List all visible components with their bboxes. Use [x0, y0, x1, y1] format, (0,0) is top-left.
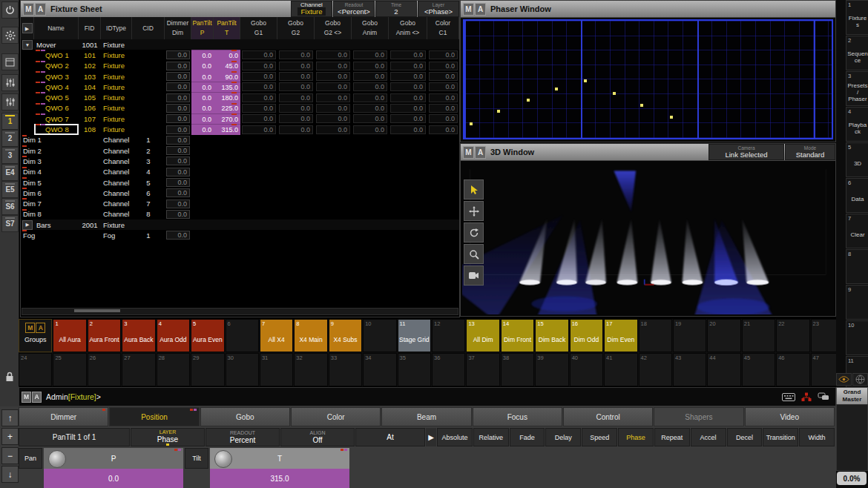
- remove-icon[interactable]: −: [1, 447, 19, 464]
- cell-attr[interactable]: 0.0: [352, 50, 389, 60]
- cell-attr[interactable]: 0.0: [352, 71, 389, 82]
- tab-shapers[interactable]: Shapers: [654, 407, 743, 426]
- view-button-10[interactable]: 10: [846, 320, 868, 355]
- cell-dimmer[interactable]: 0.0: [165, 230, 191, 240]
- page-down-icon[interactable]: ↓: [1, 466, 19, 483]
- cell-name[interactable]: Dim 1: [21, 135, 79, 145]
- cell-attr[interactable]: [277, 220, 315, 230]
- phaser-point-8[interactable]: [670, 116, 673, 119]
- tab-video[interactable]: Video: [745, 407, 835, 426]
- cell-name[interactable]: QWO 5: [34, 92, 79, 102]
- column-header-fid[interactable]: FID: [79, 17, 101, 39]
- cell-name[interactable]: Dim 7: [21, 198, 79, 208]
- group-42[interactable]: 42: [639, 353, 672, 386]
- camera-button[interactable]: Camera Link Selected: [708, 144, 784, 160]
- cell-attr[interactable]: [352, 39, 389, 50]
- layer-button[interactable]: LAYERPhase: [131, 428, 205, 446]
- cell-dimmer[interactable]: [165, 220, 191, 230]
- cell-attr[interactable]: [427, 209, 459, 220]
- cell-attr[interactable]: [389, 145, 427, 156]
- cell-attr[interactable]: 0.0: [240, 82, 277, 92]
- cell-dimmer[interactable]: 0.0: [165, 92, 191, 102]
- groups-pool-header[interactable]: MAGroups: [19, 319, 52, 352]
- group-31[interactable]: 31: [260, 353, 293, 386]
- select-tool-icon[interactable]: [464, 179, 484, 200]
- cell-attr[interactable]: [427, 177, 459, 188]
- cell-pan[interactable]: 0.0: [191, 103, 214, 113]
- cell-attr[interactable]: 0.0: [352, 103, 389, 113]
- column-header-gobo[interactable]: GoboAnim: [352, 17, 389, 39]
- view-button-3[interactable]: 3Presets/ Phaser: [846, 71, 868, 106]
- page-button-S7[interactable]: S7: [1, 215, 19, 232]
- cell-attr[interactable]: [352, 135, 389, 145]
- group-41[interactable]: 41: [604, 353, 637, 386]
- cell-attr[interactable]: [240, 39, 277, 50]
- cell-attr[interactable]: 0.0: [427, 82, 459, 92]
- fixture-row-qwo-1[interactable]: QWO 1101Fixture0.00.00.00.00.00.00.00.00…: [21, 50, 459, 60]
- cell-attr[interactable]: [277, 135, 315, 145]
- group-11[interactable]: 11Stage Grid: [398, 319, 431, 352]
- group-4[interactable]: 4Aura Odd: [157, 319, 190, 352]
- group-36[interactable]: 36: [432, 353, 465, 386]
- cell-attr[interactable]: [427, 39, 459, 50]
- cell-tilt[interactable]: 45.0: [214, 61, 240, 71]
- column-header-cid[interactable]: CID: [132, 17, 165, 39]
- phaser-point-2[interactable]: [497, 110, 500, 113]
- group-17[interactable]: 17Dim Even: [604, 319, 637, 352]
- cell-attr[interactable]: [352, 188, 389, 198]
- group-20[interactable]: 20: [707, 319, 740, 352]
- group-7[interactable]: 7All X4: [260, 319, 293, 352]
- cell-attr[interactable]: [315, 230, 352, 240]
- cell-attr[interactable]: [240, 230, 277, 240]
- cell-attr[interactable]: [389, 209, 427, 220]
- align-button[interactable]: ALIGNOff: [280, 428, 355, 446]
- group-39[interactable]: 39: [535, 353, 568, 386]
- fixture-row-bars[interactable]: ▶Bars2001Fixture: [21, 220, 459, 230]
- cell-attr[interactable]: 0.0: [240, 50, 277, 60]
- group-44[interactable]: 44: [707, 353, 740, 386]
- cell-tilt[interactable]: 90.0: [214, 71, 240, 82]
- cell-tilt[interactable]: [214, 39, 240, 50]
- cell-attr[interactable]: 0.0: [389, 61, 427, 71]
- cell-attr[interactable]: 0.0: [389, 124, 427, 134]
- column-header-gobo[interactable]: GoboG2 <>: [315, 17, 352, 39]
- cell-attr[interactable]: [352, 145, 389, 156]
- cell-attr[interactable]: [315, 209, 352, 220]
- cell-pan[interactable]: [191, 156, 214, 166]
- cell-pan[interactable]: [191, 39, 214, 50]
- cell-tilt[interactable]: 0.0: [214, 50, 240, 60]
- group-29[interactable]: 29: [191, 353, 224, 386]
- cell-attr[interactable]: [315, 135, 352, 145]
- cell-attr[interactable]: 0.0: [389, 92, 427, 102]
- page-button-2[interactable]: 2: [1, 130, 19, 147]
- expand-icon[interactable]: ▶: [22, 220, 33, 230]
- cell-tilt[interactable]: [214, 177, 240, 188]
- cell-attr[interactable]: [352, 230, 389, 240]
- cell-attr[interactable]: [277, 177, 315, 188]
- fixture-row-dim-5[interactable]: Dim 5Channel50.0: [21, 177, 459, 188]
- mode-button[interactable]: Mode Standard: [785, 144, 835, 160]
- cell-tilt[interactable]: 315.0: [214, 124, 240, 134]
- cell-tilt[interactable]: [214, 230, 240, 240]
- page-up-icon[interactable]: ↑: [1, 409, 19, 426]
- column-header-gobo[interactable]: GoboG2: [277, 17, 315, 39]
- group-38[interactable]: 38: [501, 353, 534, 386]
- cell-attr[interactable]: [389, 198, 427, 208]
- mode-phase[interactable]: Phase: [618, 428, 654, 446]
- web-remote-icon[interactable]: [852, 373, 868, 386]
- group-16[interactable]: 16Dim Odd: [570, 319, 603, 352]
- zoom-tool-icon[interactable]: [464, 244, 484, 264]
- cell-attr[interactable]: [315, 177, 352, 188]
- cell-attr[interactable]: 0.0: [315, 50, 352, 60]
- column-header-gobo[interactable]: GoboG1: [240, 17, 277, 39]
- fixture-row-mover[interactable]: ▼Mover1001Fixture: [21, 39, 459, 50]
- cell-name[interactable]: QWO 4: [34, 82, 79, 92]
- page-button-3[interactable]: 3: [1, 147, 19, 164]
- fixture-row-fog[interactable]: FogFog10.0: [21, 230, 459, 240]
- cell-attr[interactable]: 0.0: [389, 113, 427, 124]
- cell-attr[interactable]: 0.0: [277, 124, 315, 134]
- view-button-8[interactable]: 8: [846, 249, 868, 284]
- mode-fade[interactable]: Fade: [510, 428, 545, 446]
- group-14[interactable]: 14Dim Front: [501, 319, 534, 352]
- cell-attr[interactable]: [315, 156, 352, 166]
